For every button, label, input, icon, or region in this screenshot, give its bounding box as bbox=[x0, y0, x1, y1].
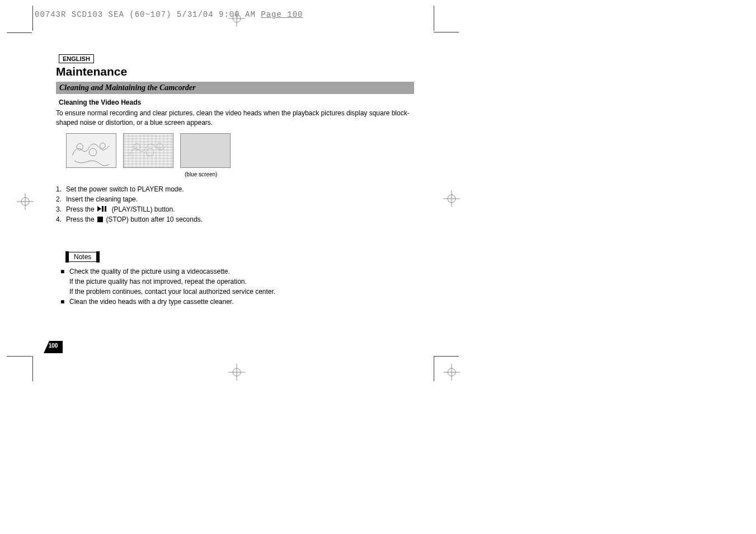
notes-heading: Notes bbox=[66, 252, 99, 262]
svg-point-17 bbox=[100, 143, 105, 148]
step-text-before: Press the bbox=[66, 205, 96, 213]
header-prefix: 00743R SCD103 SEA (60~107) 5/31/04 9:00 … bbox=[35, 10, 261, 19]
language-label: ENGLISH bbox=[59, 54, 94, 63]
example-images-row bbox=[66, 133, 414, 168]
svg-point-18 bbox=[134, 143, 140, 150]
step-text-before: Press the bbox=[66, 216, 96, 223]
note-line: If the picture quality has not improved,… bbox=[69, 278, 247, 285]
svg-point-16 bbox=[89, 148, 97, 156]
note-line: Clean the video heads with a dry type ca… bbox=[69, 297, 234, 307]
prepress-header: 00743R SCD103 SEA (60~107) 5/31/04 9:00 … bbox=[35, 10, 303, 19]
registration-mark-icon bbox=[443, 364, 460, 381]
registration-mark-icon bbox=[443, 190, 460, 207]
step-number: 3. bbox=[56, 204, 66, 215]
steps-list: 1. Set the power switch to PLAYER mode. … bbox=[56, 184, 414, 226]
note-item: ■ Clean the video heads with a dry type … bbox=[60, 297, 414, 307]
page-content: ENGLISH Maintenance Cleaning and Maintai… bbox=[56, 53, 414, 307]
page-title: Maintenance bbox=[56, 65, 414, 78]
bullet-icon: ■ bbox=[60, 266, 69, 297]
bullet-icon: ■ bbox=[60, 297, 69, 307]
crop-mark bbox=[434, 356, 434, 381]
svg-rect-24 bbox=[97, 217, 103, 222]
note-line: Check the quality of the picture using a… bbox=[69, 268, 230, 275]
crop-mark bbox=[32, 356, 33, 381]
subheading: Cleaning the Video Heads bbox=[59, 99, 414, 106]
step-number: 1. bbox=[56, 184, 66, 194]
crop-mark bbox=[7, 356, 32, 357]
svg-rect-22 bbox=[102, 206, 104, 212]
page-number-badge: 100 bbox=[44, 341, 63, 353]
crop-mark bbox=[434, 356, 459, 357]
svg-point-19 bbox=[146, 148, 154, 156]
example-image-clean bbox=[66, 133, 116, 168]
notes-label: Notes bbox=[74, 253, 91, 261]
registration-mark-icon bbox=[17, 193, 34, 210]
section-heading: Cleaning and Maintaining the Camcorder bbox=[56, 82, 414, 94]
example-image-noise bbox=[123, 133, 173, 168]
step-text: Insert the cleaning tape. bbox=[66, 194, 138, 204]
stop-icon bbox=[97, 215, 103, 225]
svg-marker-21 bbox=[97, 206, 101, 212]
crop-mark bbox=[434, 32, 459, 32]
step-item: 2. Insert the cleaning tape. bbox=[56, 194, 414, 204]
example-image-blue-screen bbox=[180, 133, 231, 168]
svg-rect-23 bbox=[105, 206, 106, 212]
page-number: 100 bbox=[44, 343, 63, 349]
svg-point-15 bbox=[77, 143, 83, 150]
crop-mark bbox=[434, 6, 434, 31]
step-number: 4. bbox=[56, 214, 66, 225]
note-item: ■ Check the quality of the picture using… bbox=[60, 266, 414, 297]
notes-list: ■ Check the quality of the picture using… bbox=[60, 266, 414, 307]
step-number: 2. bbox=[56, 194, 66, 204]
blue-screen-caption: (blue screen) bbox=[185, 171, 414, 177]
header-page: Page 100 bbox=[261, 10, 303, 19]
svg-point-20 bbox=[157, 143, 162, 148]
step-item: 4. Press the (STOP) button after 10 seco… bbox=[56, 214, 414, 225]
step-item: 3. Press the (PLAY/STILL) button. bbox=[56, 204, 414, 215]
play-still-icon bbox=[97, 204, 109, 214]
step-text-after: (STOP) button after 10 seconds. bbox=[106, 216, 203, 223]
registration-mark-icon bbox=[228, 10, 245, 27]
registration-mark-icon bbox=[228, 364, 245, 381]
note-line: If the problem continues, contact your l… bbox=[69, 288, 275, 296]
crop-mark bbox=[7, 32, 32, 33]
step-text-after: (PLAY/STILL) button. bbox=[111, 205, 175, 213]
step-item: 1. Set the power switch to PLAYER mode. bbox=[56, 184, 414, 194]
step-text: Set the power switch to PLAYER mode. bbox=[66, 184, 184, 194]
crop-mark bbox=[32, 6, 33, 31]
intro-text: To ensure normal recording and clear pic… bbox=[56, 109, 414, 128]
